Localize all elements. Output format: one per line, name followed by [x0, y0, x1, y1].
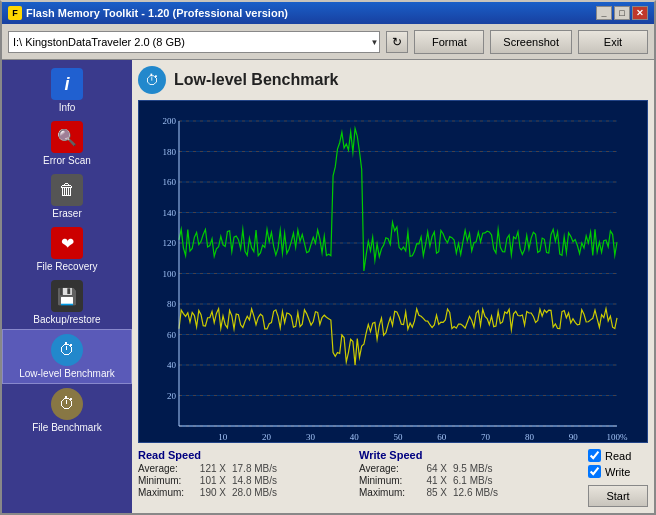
file-recovery-icon: ❤	[51, 227, 83, 259]
read-min-label: Minimum:	[138, 475, 188, 486]
write-checkbox[interactable]	[588, 465, 601, 478]
read-avg-x: 121 X	[194, 463, 226, 474]
content-area: ⏱ Low-level Benchmark Speed Read Speed A…	[132, 60, 654, 513]
sidebar-label-eraser: Eraser	[52, 208, 81, 219]
sidebar-label-backup-restore: Backup/restore	[33, 314, 100, 325]
read-speed-title: Read Speed	[138, 449, 351, 461]
stats-area: Read Speed Average: 121 X 17.8 MB/s Mini…	[138, 449, 648, 507]
read-checkbox[interactable]	[588, 449, 601, 462]
window-title: Flash Memory Toolkit - 1.20 (Professiona…	[26, 7, 288, 19]
read-max-x: 190 X	[194, 487, 226, 498]
main-area: i Info 🔍 Error Scan 🗑 Eraser ❤ File Reco…	[2, 60, 654, 513]
read-min-row: Minimum: 101 X 14.8 MB/s	[138, 475, 351, 486]
sidebar-label-file-benchmark: File Benchmark	[32, 422, 101, 433]
sidebar-item-file-benchmark[interactable]: ⏱ File Benchmark	[2, 384, 132, 437]
sidebar-item-eraser[interactable]: 🗑 Eraser	[2, 170, 132, 223]
sidebar-label-file-recovery: File Recovery	[36, 261, 97, 272]
read-avg-mb: 17.8 MB/s	[232, 463, 292, 474]
sidebar-item-file-recovery[interactable]: ❤ File Recovery	[2, 223, 132, 276]
screenshot-button[interactable]: Screenshot	[490, 30, 572, 54]
sidebar-label-error-scan: Error Scan	[43, 155, 91, 166]
start-button[interactable]: Start	[588, 485, 648, 507]
window-controls: _ □ ✕	[596, 6, 648, 20]
format-button[interactable]: Format	[414, 30, 484, 54]
sidebar-item-low-level-benchmark[interactable]: ⏱ Low-level Benchmark	[2, 329, 132, 384]
toolbar: I:\ KingstonDataTraveler 2.0 (8 GB) ▼ ↻ …	[2, 24, 654, 60]
file-benchmark-icon: ⏱	[51, 388, 83, 420]
drive-select-wrap: I:\ KingstonDataTraveler 2.0 (8 GB) ▼	[8, 31, 380, 53]
sidebar-item-info[interactable]: i Info	[2, 64, 132, 117]
eraser-icon: 🗑	[51, 174, 83, 206]
benchmark-chart	[139, 101, 647, 442]
sidebar-item-backup-restore[interactable]: 💾 Backup/restore	[2, 276, 132, 329]
write-avg-label: Average:	[359, 463, 409, 474]
read-speed-col: Read Speed Average: 121 X 17.8 MB/s Mini…	[138, 449, 351, 499]
write-checkbox-row: Write	[588, 465, 630, 478]
error-scan-icon: 🔍	[51, 121, 83, 153]
write-max-label: Maximum:	[359, 487, 409, 498]
sidebar-label-info: Info	[59, 102, 76, 113]
write-max-row: Maximum: 85 X 12.6 MB/s	[359, 487, 572, 498]
backup-icon: 💾	[51, 280, 83, 312]
sidebar: i Info 🔍 Error Scan 🗑 Eraser ❤ File Reco…	[2, 60, 132, 513]
read-avg-row: Average: 121 X 17.8 MB/s	[138, 463, 351, 474]
write-checkbox-label: Write	[605, 466, 630, 478]
sidebar-item-error-scan[interactable]: 🔍 Error Scan	[2, 117, 132, 170]
content-header: ⏱ Low-level Benchmark	[138, 66, 648, 94]
refresh-button[interactable]: ↻	[386, 31, 408, 53]
read-checkbox-row: Read	[588, 449, 631, 462]
info-icon: i	[51, 68, 83, 100]
main-window: F Flash Memory Toolkit - 1.20 (Professio…	[0, 0, 656, 515]
write-avg-mb: 9.5 MB/s	[453, 463, 513, 474]
write-speed-col: Write Speed Average: 64 X 9.5 MB/s Minim…	[359, 449, 572, 499]
close-button[interactable]: ✕	[632, 6, 648, 20]
write-max-x: 85 X	[415, 487, 447, 498]
read-max-row: Maximum: 190 X 28.0 MB/s	[138, 487, 351, 498]
maximize-button[interactable]: □	[614, 6, 630, 20]
content-title: Low-level Benchmark	[174, 71, 339, 89]
chart-controls: Read Write Start	[580, 449, 648, 507]
minimize-button[interactable]: _	[596, 6, 612, 20]
drive-select[interactable]: I:\ KingstonDataTraveler 2.0 (8 GB)	[8, 31, 380, 53]
read-max-mb: 28.0 MB/s	[232, 487, 292, 498]
write-max-mb: 12.6 MB/s	[453, 487, 513, 498]
write-min-x: 41 X	[415, 475, 447, 486]
read-max-label: Maximum:	[138, 487, 188, 498]
title-bar: F Flash Memory Toolkit - 1.20 (Professio…	[2, 2, 654, 24]
title-bar-left: F Flash Memory Toolkit - 1.20 (Professio…	[8, 6, 288, 20]
low-benchmark-icon: ⏱	[51, 334, 83, 366]
exit-button[interactable]: Exit	[578, 30, 648, 54]
write-avg-x: 64 X	[415, 463, 447, 474]
write-avg-row: Average: 64 X 9.5 MB/s	[359, 463, 572, 474]
app-icon: F	[8, 6, 22, 20]
read-avg-label: Average:	[138, 463, 188, 474]
chart-container: Speed	[138, 100, 648, 443]
write-speed-title: Write Speed	[359, 449, 572, 461]
read-checkbox-label: Read	[605, 450, 631, 462]
write-min-mb: 6.1 MB/s	[453, 475, 513, 486]
read-min-x: 101 X	[194, 475, 226, 486]
write-min-label: Minimum:	[359, 475, 409, 486]
content-header-icon: ⏱	[138, 66, 166, 94]
sidebar-label-low-level-benchmark: Low-level Benchmark	[19, 368, 115, 379]
read-min-mb: 14.8 MB/s	[232, 475, 292, 486]
write-min-row: Minimum: 41 X 6.1 MB/s	[359, 475, 572, 486]
